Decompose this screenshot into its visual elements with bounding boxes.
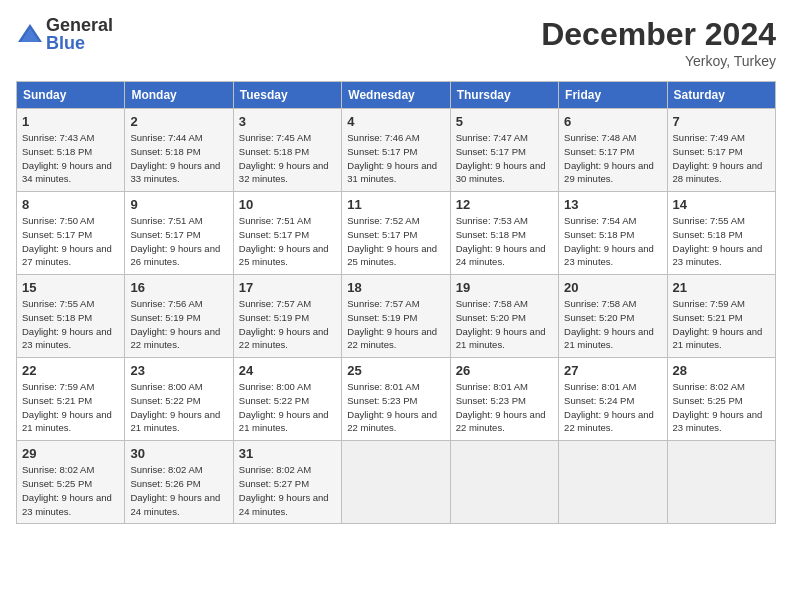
calendar-table: SundayMondayTuesdayWednesdayThursdayFrid…	[16, 81, 776, 524]
day-number: 30	[130, 446, 227, 461]
day-info: Sunrise: 8:00 AMSunset: 5:22 PMDaylight:…	[239, 380, 336, 435]
calendar-cell: 4Sunrise: 7:46 AMSunset: 5:17 PMDaylight…	[342, 109, 450, 192]
calendar-cell: 21Sunrise: 7:59 AMSunset: 5:21 PMDayligh…	[667, 275, 775, 358]
day-number: 10	[239, 197, 336, 212]
day-info: Sunrise: 7:44 AMSunset: 5:18 PMDaylight:…	[130, 131, 227, 186]
day-number: 18	[347, 280, 444, 295]
calendar-cell: 2Sunrise: 7:44 AMSunset: 5:18 PMDaylight…	[125, 109, 233, 192]
page-header: General Blue December 2024 Yerkoy, Turke…	[16, 16, 776, 69]
day-info: Sunrise: 7:45 AMSunset: 5:18 PMDaylight:…	[239, 131, 336, 186]
day-number: 15	[22, 280, 119, 295]
calendar-cell: 15Sunrise: 7:55 AMSunset: 5:18 PMDayligh…	[17, 275, 125, 358]
day-info: Sunrise: 7:57 AMSunset: 5:19 PMDaylight:…	[239, 297, 336, 352]
day-info: Sunrise: 7:46 AMSunset: 5:17 PMDaylight:…	[347, 131, 444, 186]
day-info: Sunrise: 7:54 AMSunset: 5:18 PMDaylight:…	[564, 214, 661, 269]
calendar-cell: 5Sunrise: 7:47 AMSunset: 5:17 PMDaylight…	[450, 109, 558, 192]
day-number: 12	[456, 197, 553, 212]
calendar-cell: 3Sunrise: 7:45 AMSunset: 5:18 PMDaylight…	[233, 109, 341, 192]
calendar-cell: 25Sunrise: 8:01 AMSunset: 5:23 PMDayligh…	[342, 358, 450, 441]
day-number: 28	[673, 363, 770, 378]
day-number: 29	[22, 446, 119, 461]
calendar-cell	[559, 441, 667, 524]
day-number: 8	[22, 197, 119, 212]
calendar-cell: 23Sunrise: 8:00 AMSunset: 5:22 PMDayligh…	[125, 358, 233, 441]
calendar-cell: 24Sunrise: 8:00 AMSunset: 5:22 PMDayligh…	[233, 358, 341, 441]
day-info: Sunrise: 7:48 AMSunset: 5:17 PMDaylight:…	[564, 131, 661, 186]
calendar-cell: 22Sunrise: 7:59 AMSunset: 5:21 PMDayligh…	[17, 358, 125, 441]
day-info: Sunrise: 8:02 AMSunset: 5:25 PMDaylight:…	[673, 380, 770, 435]
logo-general-text: General	[46, 16, 113, 34]
day-number: 24	[239, 363, 336, 378]
day-info: Sunrise: 7:58 AMSunset: 5:20 PMDaylight:…	[564, 297, 661, 352]
day-number: 5	[456, 114, 553, 129]
calendar-cell: 1Sunrise: 7:43 AMSunset: 5:18 PMDaylight…	[17, 109, 125, 192]
calendar-cell: 14Sunrise: 7:55 AMSunset: 5:18 PMDayligh…	[667, 192, 775, 275]
calendar-cell: 6Sunrise: 7:48 AMSunset: 5:17 PMDaylight…	[559, 109, 667, 192]
calendar-cell: 29Sunrise: 8:02 AMSunset: 5:25 PMDayligh…	[17, 441, 125, 524]
calendar-cell: 13Sunrise: 7:54 AMSunset: 5:18 PMDayligh…	[559, 192, 667, 275]
day-number: 7	[673, 114, 770, 129]
day-number: 2	[130, 114, 227, 129]
day-number: 6	[564, 114, 661, 129]
day-number: 22	[22, 363, 119, 378]
calendar-cell: 18Sunrise: 7:57 AMSunset: 5:19 PMDayligh…	[342, 275, 450, 358]
calendar-cell: 7Sunrise: 7:49 AMSunset: 5:17 PMDaylight…	[667, 109, 775, 192]
day-number: 17	[239, 280, 336, 295]
day-info: Sunrise: 7:49 AMSunset: 5:17 PMDaylight:…	[673, 131, 770, 186]
day-header-wednesday: Wednesday	[342, 82, 450, 109]
title-block: December 2024 Yerkoy, Turkey	[541, 16, 776, 69]
day-number: 19	[456, 280, 553, 295]
day-info: Sunrise: 7:55 AMSunset: 5:18 PMDaylight:…	[22, 297, 119, 352]
day-info: Sunrise: 7:51 AMSunset: 5:17 PMDaylight:…	[239, 214, 336, 269]
day-info: Sunrise: 8:02 AMSunset: 5:25 PMDaylight:…	[22, 463, 119, 518]
day-number: 31	[239, 446, 336, 461]
day-number: 14	[673, 197, 770, 212]
day-info: Sunrise: 7:51 AMSunset: 5:17 PMDaylight:…	[130, 214, 227, 269]
day-info: Sunrise: 7:57 AMSunset: 5:19 PMDaylight:…	[347, 297, 444, 352]
calendar-cell: 20Sunrise: 7:58 AMSunset: 5:20 PMDayligh…	[559, 275, 667, 358]
calendar-cell: 17Sunrise: 7:57 AMSunset: 5:19 PMDayligh…	[233, 275, 341, 358]
day-info: Sunrise: 7:56 AMSunset: 5:19 PMDaylight:…	[130, 297, 227, 352]
day-header-friday: Friday	[559, 82, 667, 109]
day-info: Sunrise: 7:43 AMSunset: 5:18 PMDaylight:…	[22, 131, 119, 186]
calendar-week-row: 1Sunrise: 7:43 AMSunset: 5:18 PMDaylight…	[17, 109, 776, 192]
day-header-thursday: Thursday	[450, 82, 558, 109]
day-number: 9	[130, 197, 227, 212]
day-info: Sunrise: 7:53 AMSunset: 5:18 PMDaylight:…	[456, 214, 553, 269]
calendar-cell	[667, 441, 775, 524]
day-number: 26	[456, 363, 553, 378]
calendar-week-row: 15Sunrise: 7:55 AMSunset: 5:18 PMDayligh…	[17, 275, 776, 358]
calendar-week-row: 22Sunrise: 7:59 AMSunset: 5:21 PMDayligh…	[17, 358, 776, 441]
day-info: Sunrise: 7:55 AMSunset: 5:18 PMDaylight:…	[673, 214, 770, 269]
month-title: December 2024	[541, 16, 776, 53]
day-info: Sunrise: 7:47 AMSunset: 5:17 PMDaylight:…	[456, 131, 553, 186]
day-number: 4	[347, 114, 444, 129]
day-info: Sunrise: 8:01 AMSunset: 5:23 PMDaylight:…	[347, 380, 444, 435]
day-header-sunday: Sunday	[17, 82, 125, 109]
day-info: Sunrise: 7:50 AMSunset: 5:17 PMDaylight:…	[22, 214, 119, 269]
day-info: Sunrise: 8:00 AMSunset: 5:22 PMDaylight:…	[130, 380, 227, 435]
day-number: 25	[347, 363, 444, 378]
day-number: 3	[239, 114, 336, 129]
logo-icon	[16, 20, 44, 48]
calendar-cell: 9Sunrise: 7:51 AMSunset: 5:17 PMDaylight…	[125, 192, 233, 275]
day-info: Sunrise: 7:59 AMSunset: 5:21 PMDaylight:…	[673, 297, 770, 352]
calendar-cell: 27Sunrise: 8:01 AMSunset: 5:24 PMDayligh…	[559, 358, 667, 441]
day-header-saturday: Saturday	[667, 82, 775, 109]
day-number: 13	[564, 197, 661, 212]
calendar-week-row: 29Sunrise: 8:02 AMSunset: 5:25 PMDayligh…	[17, 441, 776, 524]
calendar-cell: 19Sunrise: 7:58 AMSunset: 5:20 PMDayligh…	[450, 275, 558, 358]
calendar-cell: 30Sunrise: 8:02 AMSunset: 5:26 PMDayligh…	[125, 441, 233, 524]
day-info: Sunrise: 8:01 AMSunset: 5:23 PMDaylight:…	[456, 380, 553, 435]
calendar-cell: 31Sunrise: 8:02 AMSunset: 5:27 PMDayligh…	[233, 441, 341, 524]
day-number: 20	[564, 280, 661, 295]
calendar-cell: 26Sunrise: 8:01 AMSunset: 5:23 PMDayligh…	[450, 358, 558, 441]
logo: General Blue	[16, 16, 113, 52]
header-row: SundayMondayTuesdayWednesdayThursdayFrid…	[17, 82, 776, 109]
day-header-monday: Monday	[125, 82, 233, 109]
day-info: Sunrise: 8:02 AMSunset: 5:26 PMDaylight:…	[130, 463, 227, 518]
day-number: 27	[564, 363, 661, 378]
day-number: 1	[22, 114, 119, 129]
day-number: 16	[130, 280, 227, 295]
calendar-week-row: 8Sunrise: 7:50 AMSunset: 5:17 PMDaylight…	[17, 192, 776, 275]
